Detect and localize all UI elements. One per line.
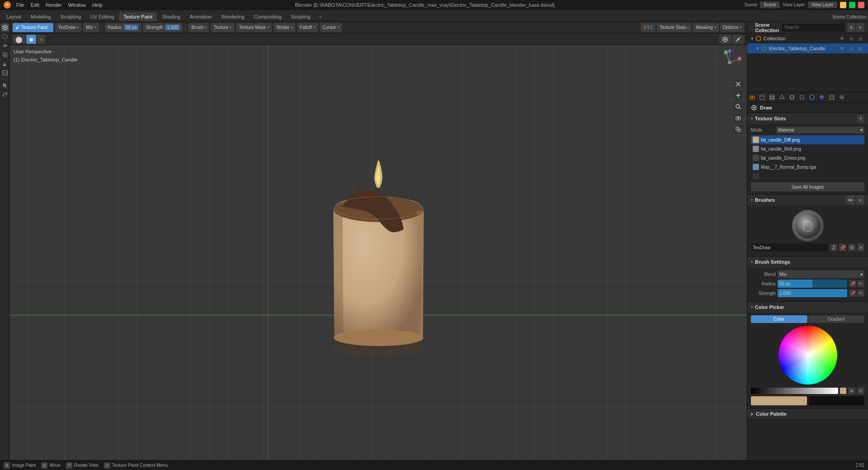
brush-copy-button[interactable]: ⧉: [848, 244, 855, 251]
cursor-tool-button[interactable]: [1, 81, 9, 89]
brush-name-input[interactable]: [751, 243, 828, 252]
xyz-constraint[interactable]: X Y Z: [640, 23, 655, 32]
menu-file[interactable]: File: [14, 1, 27, 9]
material-props-icon[interactable]: [817, 92, 827, 102]
cursor-menu[interactable]: Cursor ▾: [320, 23, 342, 32]
color-picker-header[interactable]: ▾ Color Picker: [747, 302, 868, 313]
add-button[interactable]: +: [856, 23, 864, 32]
add-workspace-tab-button[interactable]: +: [315, 12, 325, 21]
object-props-icon[interactable]: [797, 92, 807, 102]
add-texture-slot-button[interactable]: +: [857, 115, 864, 122]
falloff-menu[interactable]: Falloff ▾: [297, 23, 318, 32]
color-palette-header[interactable]: ▶ Color Palette: [747, 408, 868, 419]
texture-slots-header[interactable]: ▾ Texture Slots +: [747, 113, 868, 124]
texture-slot-diff[interactable]: fat_candle_Diff.png: [751, 135, 864, 144]
close-button[interactable]: [858, 2, 864, 8]
menu-help[interactable]: Help: [90, 1, 105, 9]
collection-item[interactable]: ▾ Collection 👁 ⊙ ◎: [747, 33, 868, 43]
smear-tool-button[interactable]: [1, 42, 9, 50]
minimize-button[interactable]: [840, 2, 846, 8]
value-strip[interactable]: [751, 388, 838, 394]
tab-sculpting[interactable]: Sculpting: [56, 12, 85, 21]
outliner-search-input[interactable]: [782, 24, 844, 32]
viewport-canvas[interactable]: User Perspective (1) Electric_Tabletop_C…: [10, 45, 747, 460]
texture-slots-btn[interactable]: Texture Slots ▾: [657, 23, 692, 32]
camera-view-button[interactable]: [733, 113, 743, 123]
eyedropper-button[interactable]: ⊕: [848, 387, 855, 394]
masking-btn[interactable]: Masking ▾: [693, 23, 718, 32]
brush-settings-header[interactable]: ▾ Brush Settings: [747, 256, 868, 267]
tab-uv-editing[interactable]: UV Editing: [86, 12, 119, 21]
menu-window[interactable]: Window: [66, 1, 89, 9]
brush-menu[interactable]: Brush ▾: [189, 23, 209, 32]
paint-props-icon[interactable]: [837, 92, 847, 102]
overlay-btn[interactable]: [719, 35, 731, 44]
tab-scripting[interactable]: Scripting: [286, 12, 315, 21]
strength-control[interactable]: Strength 1.000: [143, 23, 183, 32]
color-tab-gradient[interactable]: Gradient: [808, 315, 865, 323]
material-shading-btn[interactable]: ◉: [26, 35, 36, 44]
tab-rendering[interactable]: Rendering: [217, 12, 249, 21]
texture-props-icon[interactable]: [827, 92, 837, 102]
tab-shading[interactable]: Shading: [157, 12, 185, 21]
blend-dropdown[interactable]: Mix ▾: [778, 270, 864, 278]
strength-edit-button[interactable]: ✏: [857, 290, 864, 297]
gizmo-btn[interactable]: [732, 35, 744, 44]
options-btn[interactable]: Options ▾: [720, 23, 744, 32]
texture-slot-emiss[interactable]: fat_candle_Emiss.png: [751, 153, 864, 162]
tab-compositing[interactable]: Compositing: [249, 12, 286, 21]
world-props-icon[interactable]: [787, 92, 797, 102]
solid-shading-btn[interactable]: ⬤: [13, 35, 25, 44]
draw-tool-button[interactable]: [1, 24, 9, 32]
render-props-icon[interactable]: [747, 92, 757, 102]
output-props-icon[interactable]: [757, 92, 767, 102]
mix-selector[interactable]: Mix ▾: [83, 23, 99, 32]
electric-candle-item[interactable]: ▾ Electric_Tabletop_Candle 👁 ⊙ ◎: [747, 43, 868, 53]
collection-eye-icon[interactable]: 👁: [838, 34, 846, 43]
rendered-shading-btn[interactable]: ○: [37, 35, 46, 44]
texdraw-selector[interactable]: TexDraw ▾: [55, 23, 81, 32]
zoom-button[interactable]: [733, 102, 743, 112]
stroke-menu[interactable]: Stroke ▾: [274, 23, 295, 32]
color-tab-color[interactable]: Color: [751, 315, 807, 323]
texture-mask-menu[interactable]: Texture Mask ▾: [236, 23, 271, 32]
color-reset-button[interactable]: ↺: [857, 387, 864, 394]
annotate-tool-button[interactable]: [1, 90, 9, 98]
clone-tool-button[interactable]: [1, 51, 9, 59]
radius-pin-button[interactable]: 📌: [849, 280, 856, 287]
radius-value[interactable]: 50 px: [124, 24, 138, 30]
radius-value-bar[interactable]: 50 px: [778, 280, 847, 288]
maximize-button[interactable]: [849, 2, 855, 8]
tab-animation[interactable]: Animation: [185, 12, 217, 21]
foreground-color-box[interactable]: [751, 396, 807, 405]
scene-props-icon[interactable]: [777, 92, 787, 102]
brushes-add-button[interactable]: +: [856, 195, 864, 204]
candle-camera-icon[interactable]: ⊙: [847, 44, 855, 52]
blender-logo-icon[interactable]: B: [4, 1, 11, 9]
brushes-expand-button[interactable]: ⇔: [845, 195, 855, 204]
tab-modeling[interactable]: Modeling: [26, 12, 56, 21]
tab-layout[interactable]: Layout: [2, 12, 26, 21]
texture-menu[interactable]: Texture ▾: [211, 23, 234, 32]
mode-dropdown[interactable]: Material ▾: [776, 127, 864, 133]
soften-tool-button[interactable]: [1, 33, 9, 41]
menu-render[interactable]: Render: [43, 1, 65, 9]
texture-slot-normal[interactable]: Map__7_Normal_Bump.tga: [751, 162, 864, 171]
brush-delete-button[interactable]: ✕: [857, 244, 864, 251]
strength-value[interactable]: 1.000: [165, 24, 180, 30]
view-layer-props-icon[interactable]: [767, 92, 777, 102]
ortho-persp-button[interactable]: [733, 124, 743, 134]
scene-selector[interactable]: Scene: [760, 1, 780, 8]
mode-selector[interactable]: 🖌 Texture Paint ▾: [13, 23, 53, 32]
brushes-header[interactable]: ▾ Brushes ⇔ +: [747, 195, 868, 205]
view-layer-selector[interactable]: View Layer: [808, 1, 837, 8]
tab-texture-paint[interactable]: Texture Paint: [119, 12, 157, 21]
save-all-images-button[interactable]: Save All Images: [751, 182, 864, 191]
menu-edit[interactable]: Edit: [28, 1, 42, 9]
zoom-camera-button[interactable]: [733, 79, 743, 89]
collection-render-icon[interactable]: ◎: [856, 34, 864, 43]
radius-control[interactable]: Radius 50 px: [105, 23, 142, 32]
texture-slot-refl[interactable]: fat_candle_Refl.png: [751, 144, 864, 153]
color-wheel[interactable]: [778, 326, 837, 385]
nav-gizmo[interactable]: Y X Z: [716, 49, 743, 76]
